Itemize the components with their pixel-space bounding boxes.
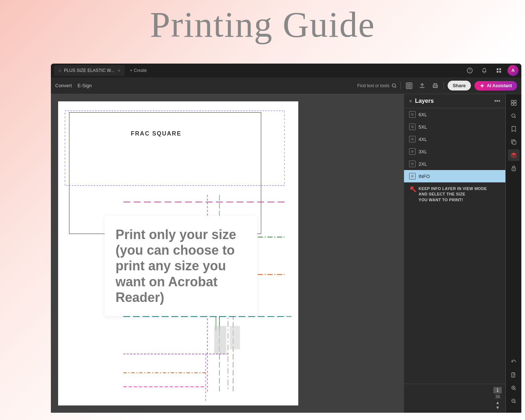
esign-menu[interactable]: E-Sign — [78, 83, 92, 88]
ai-icon — [480, 83, 485, 88]
tooltip-line-3: YOU WANT TO PRINT! — [419, 197, 487, 203]
ai-assistant-button[interactable]: AI Assistant — [474, 81, 517, 90]
svg-rect-43 — [513, 141, 516, 144]
ai-label: AI Assistant — [487, 83, 512, 88]
info-card: Print only your size (you can choose to … — [105, 216, 257, 316]
tooltip-line-2: AND SELECT THE SIZE — [419, 191, 487, 197]
svg-point-33 — [412, 126, 413, 127]
share-button[interactable]: Share — [448, 81, 471, 90]
svg-point-36 — [412, 163, 413, 164]
layers-tooltip: ↙ KEEP INFO LAYER IN VIEW MODE AND SELEC… — [404, 182, 505, 206]
layers-title: Layers — [415, 98, 434, 104]
svg-text:?: ? — [469, 69, 471, 73]
toolbar-right: Find text or tools Share AI Assistant — [357, 81, 517, 90]
svg-point-45 — [513, 169, 514, 170]
svg-rect-40 — [511, 103, 513, 105]
layer-label-2xl: 2XL — [419, 161, 427, 167]
user-avatar[interactable]: A — [508, 65, 518, 76]
search-sidebar-icon[interactable] — [508, 110, 520, 122]
star-icon: ☆ — [58, 68, 62, 73]
tooltip-line-1: KEEP INFO LAYER IN VIEW MODE — [419, 186, 487, 191]
help-icon[interactable]: ? — [464, 65, 476, 76]
pdf-viewer[interactable]: FRAC SQUARE — [51, 94, 404, 413]
current-page: 1 — [493, 387, 502, 393]
tab-label: PLUS SIZE ELASTIC W... — [64, 68, 114, 73]
layer-visibility-icon-info — [409, 173, 416, 179]
layer-visibility-icon-2xl — [409, 161, 416, 167]
layer-item-2xl[interactable]: 2XL — [404, 158, 505, 170]
layers-more-icon[interactable]: ••• — [494, 98, 500, 104]
svg-rect-4 — [497, 71, 498, 73]
gallery-icon[interactable] — [404, 81, 414, 90]
pagination: 1 36 ▲ ▼ — [493, 387, 502, 410]
upload-icon[interactable] — [417, 81, 427, 90]
layers-header: × Layers ••• — [404, 94, 505, 108]
svg-marker-27 — [230, 326, 240, 349]
layer-visibility-icon-3xl — [409, 148, 416, 155]
svg-point-14 — [437, 85, 437, 86]
header-icons: ? A — [464, 65, 518, 76]
layer-item-info[interactable]: INFO — [404, 170, 505, 182]
search-label: Find text or tools — [357, 83, 389, 88]
thumbnail-icon[interactable] — [508, 97, 520, 109]
svg-rect-9 — [409, 84, 411, 85]
nav-up-arrow[interactable]: ▲ — [496, 400, 500, 405]
copy-icon[interactable] — [508, 136, 520, 148]
layers-list-panel: × Layers ••• 6XL — [404, 94, 505, 384]
layers-list: 6XL 5XL 4XL — [404, 108, 505, 182]
tooltip-content: ↙ KEEP INFO LAYER IN VIEW MODE AND SELEC… — [409, 186, 500, 203]
active-tab[interactable]: ☆ PLUS SIZE ELASTIC W... × — [54, 65, 125, 76]
lock-icon[interactable] — [508, 162, 520, 174]
zoom-out-icon[interactable] — [508, 395, 520, 407]
refresh-icon[interactable] — [508, 356, 520, 368]
info-card-text: Print only your size (you can choose to … — [116, 227, 246, 305]
print-icon[interactable] — [431, 81, 440, 90]
layer-item-5xl[interactable]: 5XL — [404, 121, 505, 133]
bottom-bar: 1 36 ▲ ▼ — [404, 384, 505, 413]
svg-rect-39 — [514, 100, 516, 102]
svg-rect-2 — [497, 68, 498, 70]
layer-label-info: INFO — [419, 174, 430, 179]
svg-rect-38 — [511, 100, 513, 102]
svg-rect-7 — [406, 83, 412, 89]
svg-point-34 — [412, 139, 413, 140]
main-content: FRAC SQUARE — [51, 94, 521, 413]
bookmark-icon[interactable] — [508, 123, 520, 135]
svg-rect-41 — [514, 103, 516, 105]
layer-visibility-icon-4xl — [409, 136, 416, 142]
plus-icon: + — [130, 68, 132, 73]
svg-point-35 — [412, 151, 413, 152]
nav-down-arrow[interactable]: ▼ — [496, 405, 500, 410]
layer-label-3xl: 3XL — [419, 149, 427, 154]
right-sidebar — [505, 94, 521, 413]
layers-close-icon[interactable]: × — [409, 98, 412, 104]
layer-visibility-icon-6xl — [409, 111, 416, 118]
bottom-sidebar-controls — [508, 356, 520, 410]
search-bar[interactable]: Find text or tools — [357, 83, 397, 88]
grid-icon[interactable] — [493, 65, 505, 76]
layer-label-6xl: 6XL — [419, 112, 427, 117]
total-pages: 36 — [495, 394, 500, 399]
layer-visibility-icon-5xl — [409, 124, 416, 130]
tooltip-text-block: KEEP INFO LAYER IN VIEW MODE AND SELECT … — [419, 186, 487, 203]
layer-item-4xl[interactable]: 4XL — [404, 133, 505, 145]
svg-point-37 — [412, 176, 413, 177]
layers-sidebar-icon[interactable] — [508, 149, 520, 161]
create-tab-button[interactable]: + Create — [126, 66, 150, 74]
svg-marker-26 — [214, 326, 226, 354]
toolbar: Convert E-Sign Find text or tools Share — [51, 77, 521, 94]
pages-icon[interactable] — [508, 369, 520, 381]
bell-icon[interactable] — [478, 65, 490, 76]
zoom-in-icon[interactable] — [508, 382, 520, 394]
layer-item-6xl[interactable]: 6XL — [404, 108, 505, 121]
search-icon — [392, 83, 397, 88]
convert-menu[interactable]: Convert — [55, 83, 72, 88]
svg-rect-15 — [65, 111, 284, 186]
tab-close-icon[interactable]: × — [118, 68, 120, 73]
svg-rect-3 — [499, 68, 501, 70]
toolbar-divider-2 — [444, 82, 444, 89]
layer-label-4xl: 4XL — [419, 137, 427, 142]
layer-item-3xl[interactable]: 3XL — [404, 145, 505, 158]
svg-rect-11 — [409, 86, 411, 88]
layers-panel: × Layers ••• 6XL — [404, 94, 505, 413]
